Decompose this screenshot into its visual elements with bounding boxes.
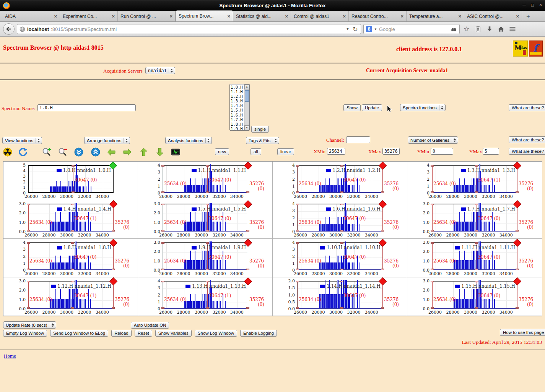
- reload-icon[interactable]: ↻: [352, 26, 358, 33]
- scroll-up-arrow-icon[interactable]: ▲: [244, 84, 249, 89]
- marker-handle[interactable]: [340, 191, 343, 193]
- spectrum-cell-1.9.H[interactable]: 3.02.01.00.026000280003000032000340001.9…: [138, 239, 273, 277]
- list-item[interactable]: 1.5.H: [231, 108, 244, 112]
- tab-close-icon[interactable]: ×: [343, 13, 346, 19]
- marker-handle[interactable]: [206, 230, 209, 232]
- spectrum-cell-1.4.H[interactable]: 3.02.01.00.026000280003000032000340001.4…: [3, 200, 138, 239]
- search-icon[interactable]: [451, 26, 457, 32]
- tab-asic-control-[interactable]: ASIC Control @...×: [464, 11, 522, 21]
- view-functions-select[interactable]: View functions: [2, 137, 42, 144]
- marker-left[interactable]: [163, 282, 163, 308]
- update-button[interactable]: Update: [362, 104, 382, 111]
- spectrum-cell-1.11.H[interactable]: 3.02.01.00.026000280003000032000340001.1…: [407, 239, 542, 277]
- marker-handle[interactable]: [161, 269, 164, 270]
- marker-handle[interactable]: [71, 242, 74, 244]
- marker-handle[interactable]: [71, 307, 74, 309]
- marker-handle[interactable]: [296, 269, 299, 270]
- marker-left[interactable]: [432, 166, 433, 192]
- marker-handle[interactable]: [340, 307, 343, 309]
- analysis-functions-select[interactable]: Analysis functions: [165, 137, 212, 144]
- marker-handle[interactable]: [27, 204, 30, 205]
- marker-left[interactable]: [28, 243, 29, 269]
- log-button-show-variables[interactable]: Show Variables: [155, 330, 192, 337]
- what-are-these-button-2[interactable]: What are these?: [509, 136, 545, 143]
- list-item[interactable]: 1.1.H: [231, 89, 244, 94]
- marker-handle[interactable]: [475, 191, 478, 193]
- list-item[interactable]: 1.8.H: [231, 122, 244, 126]
- marker-handle[interactable]: [161, 242, 164, 244]
- clipboard-icon[interactable]: [473, 26, 483, 32]
- marker-handle[interactable]: [27, 307, 30, 309]
- marker-handle[interactable]: [71, 269, 74, 270]
- marker-handle[interactable]: [206, 204, 209, 205]
- scroll-down-icon[interactable]: [74, 147, 83, 157]
- url-bar[interactable]: localhost :8015/Spectrum/Spectrum.tml ▼ …: [17, 24, 361, 34]
- channel-input[interactable]: [346, 136, 370, 143]
- marker-left[interactable]: [432, 204, 433, 231]
- tab-experiment-co-[interactable]: Experiment Co...×: [60, 11, 118, 21]
- radiation-icon[interactable]: [3, 147, 12, 157]
- new-button[interactable]: new: [215, 148, 229, 155]
- maximize-icon[interactable]: □: [531, 2, 534, 8]
- marker-left[interactable]: [163, 204, 163, 231]
- marker-handle[interactable]: [296, 281, 299, 282]
- marker-left[interactable]: [298, 243, 298, 269]
- marker-handle[interactable]: [71, 281, 74, 282]
- listbox-scrollbar[interactable]: ▲ ▼: [244, 84, 249, 130]
- spectrum-name-input[interactable]: [37, 104, 136, 111]
- marker-handle[interactable]: [431, 204, 434, 205]
- spectrum-cell-1.15.H[interactable]: 3.02.01.00.026000280003000032000340001.1…: [407, 277, 542, 316]
- zoom-out-icon[interactable]: [58, 147, 67, 157]
- list-item[interactable]: 1.3.H: [231, 99, 244, 103]
- marker-handle[interactable]: [516, 191, 519, 193]
- all-button[interactable]: all: [251, 148, 261, 155]
- marker-handle[interactable]: [71, 230, 74, 232]
- marker-handle[interactable]: [516, 307, 519, 309]
- marker-handle[interactable]: [206, 165, 209, 167]
- marker-handle[interactable]: [475, 307, 478, 309]
- midas-logo[interactable]: M idas: [513, 40, 528, 57]
- marker-handle[interactable]: [72, 165, 75, 167]
- marker-handle[interactable]: [296, 242, 299, 244]
- marker-handle[interactable]: [296, 204, 299, 205]
- back-button[interactable]: [3, 23, 15, 35]
- marker-handle[interactable]: [381, 307, 384, 309]
- spectrum-cell-1.2.H[interactable]: 4321026000280003000032000340001.2.H nnai…: [273, 162, 407, 200]
- spectrum-cell-1.8.H[interactable]: 4321026000280003000032000340001.8.H nnai…: [3, 239, 138, 277]
- tab-spectrum-brow-[interactable]: Spectrum Brow...×: [176, 10, 233, 21]
- marker-handle[interactable]: [381, 269, 384, 270]
- marker-handle[interactable]: [296, 230, 299, 232]
- arrange-functions-select[interactable]: Arrange functions: [84, 137, 130, 144]
- marker-handle[interactable]: [112, 269, 115, 270]
- tags-fits-select[interactable]: Tags & Fits: [246, 137, 279, 144]
- marker-handle[interactable]: [161, 307, 164, 309]
- spectrum-cell-1.10.H[interactable]: 4321026000280003000032000340001.10.H nna…: [273, 239, 407, 277]
- log-button-enable-logging[interactable]: Enable Logging: [240, 330, 277, 337]
- spectrum-cell-1.0.H[interactable]: 54321026000280003000032000340001.0.H nna…: [3, 162, 138, 200]
- tab-control-aidas1[interactable]: Control @ aidas1×: [291, 11, 349, 21]
- marker-handle[interactable]: [431, 281, 434, 282]
- log-button-empty-log-window[interactable]: Empty Log Window: [3, 330, 47, 337]
- marker-handle[interactable]: [340, 204, 343, 205]
- log-button-reload[interactable]: Reload: [111, 330, 131, 337]
- marker-left[interactable]: [28, 282, 29, 308]
- marker-handle[interactable]: [246, 230, 249, 232]
- marker-handle[interactable]: [246, 269, 249, 270]
- acquisition-server-select[interactable]: nnaida1: [145, 67, 175, 74]
- log-button-reset[interactable]: Reset: [135, 330, 152, 337]
- marker-handle[interactable]: [112, 307, 115, 309]
- marker-handle[interactable]: [161, 281, 164, 282]
- spectrum-listbox[interactable]: 1.0.H1.1.H1.2.H1.3.H1.4.H1.5.H1.6.H1.7.H…: [229, 84, 250, 131]
- marker-handle[interactable]: [475, 242, 478, 244]
- arrow-down-icon[interactable]: [155, 147, 164, 157]
- url-dropdown-icon[interactable]: ▼: [345, 27, 350, 31]
- tab-close-icon[interactable]: ×: [400, 13, 403, 19]
- tab-close-icon[interactable]: ×: [54, 13, 57, 19]
- refresh-icon[interactable]: [18, 147, 28, 157]
- minimize-icon[interactable]: ─: [522, 2, 526, 8]
- marker-handle[interactable]: [340, 165, 343, 167]
- xmax-input[interactable]: [382, 148, 400, 155]
- tab-close-icon[interactable]: ×: [169, 13, 172, 19]
- ymin-input[interactable]: [431, 148, 453, 155]
- tab-close-icon[interactable]: ×: [112, 13, 115, 19]
